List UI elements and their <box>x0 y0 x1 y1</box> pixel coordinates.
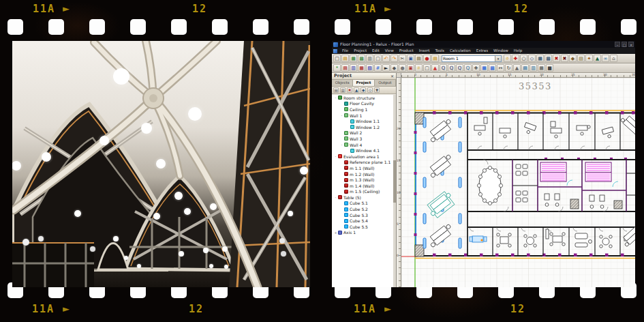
tree-item[interactable]: - Wall 4 <box>332 142 393 148</box>
tree-item[interactable]: Wall 3 <box>332 136 393 142</box>
zoom-out-icon[interactable]: Q <box>456 64 463 72</box>
tree-item[interactable]: m 1.5 (Ceiling) <box>332 189 393 195</box>
tab-project[interactable]: Project <box>353 80 374 86</box>
save-icon[interactable]: ▦ <box>350 55 357 62</box>
tree-expander[interactable]: + <box>333 231 338 235</box>
save-all-icon[interactable]: ▩ <box>358 55 365 62</box>
grid-blue-icon[interactable]: ▦ <box>480 64 488 72</box>
box-dark-icon[interactable]: ■ <box>546 64 553 72</box>
paste-icon[interactable]: ▤ <box>415 55 423 62</box>
open-room-icon[interactable]: ▤ <box>431 55 439 62</box>
insert-table-icon[interactable]: ▦ <box>536 55 544 62</box>
tree-item[interactable]: Window 1.2 <box>332 124 393 130</box>
tree-item[interactable]: m 1.3 (Wall) <box>332 177 393 183</box>
insert-luminaire-icon[interactable]: ✚ <box>512 55 519 62</box>
chart-icon[interactable]: ▲ <box>594 55 601 62</box>
zoom-in-icon[interactable]: Q <box>448 64 455 72</box>
floor-plan-viewport[interactable]: 35353 <box>401 78 635 287</box>
room-selector[interactable]: ▾ <box>442 55 502 62</box>
tree-expander[interactable]: - <box>339 113 344 117</box>
menu-item[interactable]: View <box>382 48 397 54</box>
tree-scrollbar-thumb[interactable] <box>393 160 396 203</box>
tab-objects[interactable]: Objects <box>332 80 353 86</box>
zoom-all-icon[interactable]: Q <box>464 64 472 72</box>
scene-icon[interactable]: ✦ <box>585 55 593 62</box>
delete-all-icon[interactable]: ✖ <box>561 55 568 62</box>
copy-icon[interactable]: ▣ <box>407 55 414 62</box>
grid-hash-icon[interactable]: # <box>374 64 382 72</box>
maximize-button[interactable]: □ <box>622 42 627 47</box>
delete-object-icon[interactable]: ✖ <box>553 55 560 62</box>
tree-expander[interactable]: - <box>339 143 344 147</box>
cut-icon[interactable]: ✂ <box>399 55 406 62</box>
tree-collapse-icon[interactable]: ▥ <box>340 87 346 93</box>
link-icon[interactable]: ∞ <box>602 55 609 62</box>
tree-item[interactable]: Cube 5.1 <box>332 201 393 207</box>
object-box-icon[interactable]: ◆ <box>390 64 398 72</box>
minimize-button[interactable]: ‒ <box>615 42 620 47</box>
tree-item[interactable]: m 1.2 (Wall) <box>332 171 393 177</box>
room-selector-value[interactable] <box>443 56 493 61</box>
daylight-icon[interactable]: ☼ <box>504 55 511 62</box>
tree-expander[interactable]: - <box>333 154 338 158</box>
align-left-icon[interactable]: ▤ <box>341 64 349 72</box>
menu-item[interactable]: Calculation <box>447 48 474 54</box>
doc-blue-icon[interactable]: ▥ <box>530 64 537 72</box>
tree-object-icon[interactable]: ◆ <box>361 87 366 93</box>
zoom-window-icon[interactable]: Q <box>440 64 447 72</box>
tree-item[interactable]: Ceiling 1 <box>332 106 393 113</box>
draw-polygon-icon[interactable]: ◇ <box>528 55 536 62</box>
menu-item[interactable]: Extras <box>474 48 491 54</box>
rotate-object-icon[interactable]: ↻ <box>505 64 512 72</box>
tree-delete-icon[interactable]: ✖ <box>347 87 352 93</box>
cone-icon[interactable]: ▲ <box>513 64 521 72</box>
undo-icon[interactable]: ↶ <box>382 55 390 62</box>
menu-item[interactable]: Project <box>351 48 369 54</box>
object-3d-icon[interactable]: ◆ <box>569 55 577 62</box>
align-right-icon[interactable]: ▥ <box>350 64 357 72</box>
grid-blue2-icon[interactable]: ▩ <box>489 64 496 72</box>
pan-icon[interactable]: ✚ <box>472 64 480 72</box>
report-icon[interactable]: ▢ <box>423 64 431 72</box>
tree-expander[interactable]: - <box>333 96 338 100</box>
menu-item[interactable]: Insert <box>416 48 433 54</box>
object-sphere-icon[interactable]: ● <box>399 64 406 72</box>
tree-item[interactable]: - Evaluation area 1 <box>332 153 393 160</box>
chevron-down-icon[interactable]: ▾ <box>495 56 501 61</box>
tree-item[interactable]: Cube 5.2 <box>332 206 393 212</box>
tree-expander[interactable]: - <box>333 195 338 199</box>
menu-item[interactable]: File <box>339 48 351 54</box>
tree-item[interactable]: - Room structure <box>332 95 393 101</box>
tree-item[interactable]: Floor Cavity <box>332 101 393 107</box>
menu-item[interactable]: Help <box>511 48 525 54</box>
tree-item[interactable]: m 1.1 (Wall) <box>332 165 393 171</box>
layers-icon[interactable]: ▤ <box>521 64 529 72</box>
align-top-icon[interactable]: ▦ <box>358 64 365 72</box>
tree-item[interactable]: Reference plane 1.1 <box>332 160 393 166</box>
align-bottom-icon[interactable]: ▧ <box>366 64 373 72</box>
tree-item[interactable]: Window 4.1 <box>332 147 393 153</box>
render-small-icon[interactable]: ▣ <box>407 64 414 72</box>
new-document-icon[interactable]: □ <box>333 55 341 62</box>
tree-item[interactable]: Cube 5.4 <box>332 218 393 224</box>
flame-icon[interactable]: ▲ <box>431 64 439 72</box>
draw-circle-icon[interactable]: ○ <box>520 55 527 62</box>
open-folder-icon[interactable]: ▤ <box>341 55 349 62</box>
tree-item[interactable]: Cube 5.3 <box>332 212 393 218</box>
tree-filter-icon[interactable]: ▼ <box>374 87 380 93</box>
menu-item[interactable]: Tools <box>432 48 447 54</box>
render-view-icon[interactable]: ● <box>423 55 431 62</box>
tree-object2-icon[interactable]: ◇ <box>367 87 373 93</box>
tree-up-icon[interactable]: ▲ <box>354 87 359 93</box>
tree-item[interactable]: m 1.4 (Wall) <box>332 183 393 189</box>
close-button[interactable]: ✕ <box>628 42 634 47</box>
tree-scrollbar[interactable] <box>393 95 396 287</box>
close-panel-icon[interactable]: ✕ <box>390 73 394 79</box>
insert-grid-icon[interactable]: ▩ <box>545 55 552 62</box>
menu-item[interactable]: Window <box>491 48 511 54</box>
material-icon[interactable]: ▨ <box>577 55 585 62</box>
tree-item[interactable]: Wall 2 <box>332 130 393 136</box>
measure-icon[interactable]: ↔ <box>497 64 504 72</box>
select-arrow-icon[interactable]: ► <box>382 64 390 72</box>
tree-item[interactable]: - Wall 1 <box>332 113 393 119</box>
